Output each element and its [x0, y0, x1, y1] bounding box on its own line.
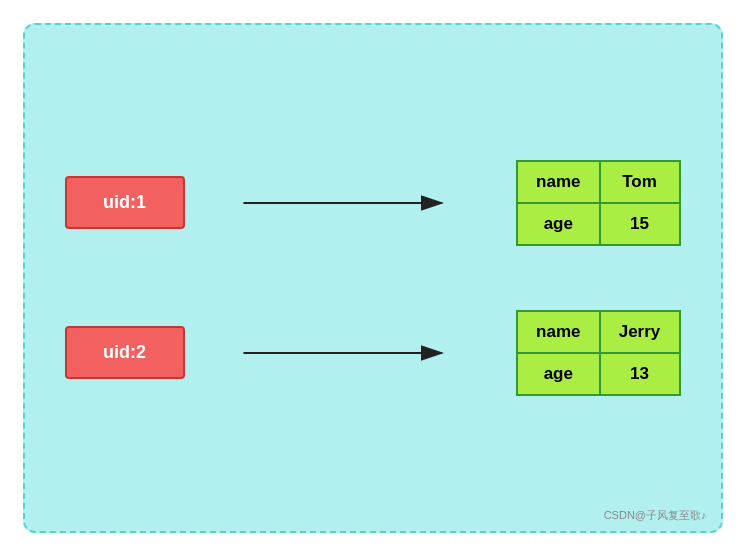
field-name-label-1: name	[517, 161, 599, 203]
row-2: uid:2 name Jerry age 13	[65, 308, 681, 398]
field-age-label-1: age	[517, 203, 599, 245]
field-name-label-2: name	[517, 311, 599, 353]
diagram-container: uid:1 name Tom age 15 uid:2	[23, 23, 723, 533]
field-age-label-2: age	[517, 353, 599, 395]
uid-box-2: uid:2	[65, 326, 185, 379]
field-name-value-2: Jerry	[600, 311, 680, 353]
object-table-2: name Jerry age 13	[516, 310, 680, 396]
field-age-value-1: 15	[600, 203, 680, 245]
field-age-value-2: 13	[600, 353, 680, 395]
object-table-1: name Tom age 15	[516, 160, 680, 246]
field-name-value-1: Tom	[600, 161, 680, 203]
watermark: CSDN@子风复至歌♪	[604, 508, 707, 523]
row-1: uid:1 name Tom age 15	[65, 158, 681, 248]
uid-box-1: uid:1	[65, 176, 185, 229]
